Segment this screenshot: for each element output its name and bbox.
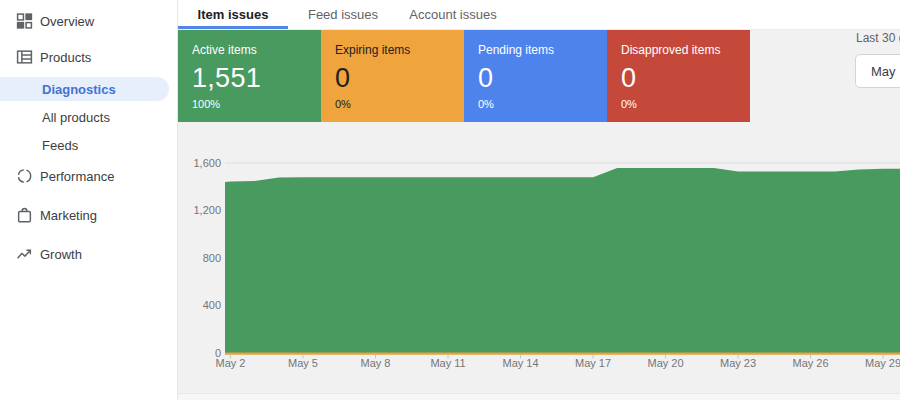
x-axis-label: May 8 [346, 357, 406, 369]
y-axis-label: 1,600 [178, 157, 221, 169]
sidebar-item-performance[interactable]: Performance [0, 165, 176, 187]
date-range-dropdown[interactable]: May [855, 54, 900, 88]
tab-account-issues[interactable]: Account issues [398, 0, 508, 29]
card-title: Expiring items [335, 43, 456, 57]
section-bottom-divider [178, 393, 900, 400]
sidebar-item-label: Diagnostics [42, 82, 116, 97]
x-axis-label: May 23 [708, 357, 768, 369]
card-expiring-items[interactable]: Expiring items 0 0% [321, 30, 464, 122]
x-axis-label: May 11 [418, 357, 478, 369]
merchant-center-diagnostics-page: Overview Products Diagnostics All produc… [0, 0, 900, 400]
card-value: 0 [621, 64, 742, 92]
x-axis-label: May 14 [491, 357, 551, 369]
x-axis-label: May 29 [853, 357, 900, 369]
tab-item-issues[interactable]: Item issues [178, 0, 288, 29]
tab-label: Item issues [198, 7, 269, 22]
x-axis-label: May 26 [781, 357, 841, 369]
y-axis-label: 1,200 [178, 204, 221, 216]
sidebar-item-feeds[interactable]: Feeds [0, 134, 176, 156]
sidebar-item-diagnostics[interactable]: Diagnostics [0, 77, 169, 101]
sidebar-item-label: Marketing [40, 208, 97, 223]
tab-feed-issues[interactable]: Feed issues [288, 0, 398, 29]
sidebar-item-growth[interactable]: Growth [0, 243, 176, 265]
x-axis-label: May 2 [201, 357, 261, 369]
y-axis-label: 400 [178, 299, 221, 311]
tab-label: Feed issues [308, 7, 378, 22]
card-title: Disapproved items [621, 43, 742, 57]
sidebar: Overview Products Diagnostics All produc… [0, 0, 178, 400]
card-percent: 100% [192, 98, 313, 110]
x-axis-label: May 17 [563, 357, 623, 369]
sidebar-item-label: Products [40, 50, 91, 65]
performance-donut-icon [16, 168, 33, 185]
card-value: 0 [478, 64, 599, 92]
card-value: 1,551 [192, 64, 313, 92]
sidebar-item-all-products[interactable]: All products [0, 106, 176, 128]
products-list-icon [16, 49, 33, 66]
sidebar-item-overview[interactable]: Overview [0, 10, 176, 32]
card-pending-items[interactable]: Pending items 0 0% [464, 30, 607, 122]
card-percent: 0% [621, 98, 742, 110]
sidebar-item-products[interactable]: Products [0, 46, 176, 68]
y-axis-label: 800 [178, 252, 221, 264]
card-value: 0 [335, 64, 456, 92]
summary-cards-row: Active items 1,551 100% Expiring items 0… [178, 30, 750, 122]
card-percent: 0% [478, 98, 599, 110]
card-active-items[interactable]: Active items 1,551 100% [178, 30, 321, 122]
sidebar-item-label: Performance [40, 169, 114, 184]
dashboard-icon [16, 13, 33, 30]
card-title: Active items [192, 43, 313, 57]
sidebar-item-label: All products [42, 110, 110, 125]
active-items-area-series [225, 168, 900, 353]
trending-up-icon [16, 246, 33, 263]
sidebar-item-label: Feeds [42, 138, 78, 153]
issues-tabbar: Item issues Feed issues Account issues [178, 0, 900, 30]
card-disapproved-items[interactable]: Disapproved items 0 0% [607, 30, 750, 122]
sidebar-item-marketing[interactable]: Marketing [0, 204, 176, 226]
sidebar-item-label: Overview [40, 14, 94, 29]
main-content: 04008001,2001,600May 2May 5May 8May 11Ma… [178, 0, 900, 400]
active-tab-indicator [178, 26, 288, 29]
shopping-bag-icon [16, 207, 33, 224]
card-percent: 0% [335, 98, 456, 110]
sidebar-item-label: Growth [40, 247, 82, 262]
x-axis-label: May 20 [636, 357, 696, 369]
x-axis-label: May 5 [273, 357, 333, 369]
card-title: Pending items [478, 43, 599, 57]
tab-label: Account issues [409, 7, 496, 22]
date-range-caption: Last 30 d [856, 31, 900, 45]
